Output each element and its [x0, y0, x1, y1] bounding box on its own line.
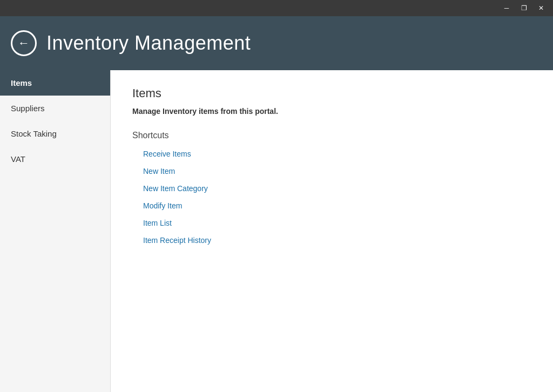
sidebar-item-stock-taking[interactable]: Stock Taking: [0, 121, 110, 146]
minimize-button[interactable]: ─: [499, 2, 514, 14]
header: ← Inventory Management: [0, 16, 553, 70]
shortcuts-heading: Shortcuts: [132, 131, 531, 140]
page-description: Manage Inventory items from this portal.: [132, 107, 531, 116]
title-bar: ─ ❐ ✕: [0, 0, 553, 16]
item-receipt-history-link[interactable]: Item Receipt History: [143, 236, 211, 245]
sidebar: Items Suppliers Stock Taking VAT: [0, 70, 111, 392]
maximize-button[interactable]: ❐: [516, 2, 531, 14]
item-list-link[interactable]: Item List: [143, 219, 172, 227]
sidebar-item-suppliers[interactable]: Suppliers: [0, 96, 110, 121]
content-area: Items Manage Inventory items from this p…: [111, 70, 553, 392]
receive-items-link[interactable]: Receive Items: [143, 150, 191, 158]
close-button[interactable]: ✕: [534, 2, 549, 14]
list-item: Modify Item: [143, 201, 531, 211]
sidebar-item-items[interactable]: Items: [0, 70, 110, 96]
list-item: Item Receipt History: [143, 235, 531, 245]
page-title: Items: [132, 86, 531, 100]
list-item: New Item: [143, 166, 531, 176]
new-item-link[interactable]: New Item: [143, 167, 175, 175]
modify-item-link[interactable]: Modify Item: [143, 201, 182, 210]
new-item-category-link[interactable]: New Item Category: [143, 184, 208, 193]
list-item: Receive Items: [143, 149, 531, 159]
list-item: Item List: [143, 218, 531, 228]
list-item: New Item Category: [143, 184, 531, 193]
shortcuts-list: Receive Items New Item New Item Category…: [132, 149, 531, 245]
app-title: Inventory Management: [46, 32, 251, 55]
main-container: Items Suppliers Stock Taking VAT Items M…: [0, 70, 553, 392]
back-button[interactable]: ←: [11, 30, 37, 56]
sidebar-item-vat[interactable]: VAT: [0, 146, 110, 172]
